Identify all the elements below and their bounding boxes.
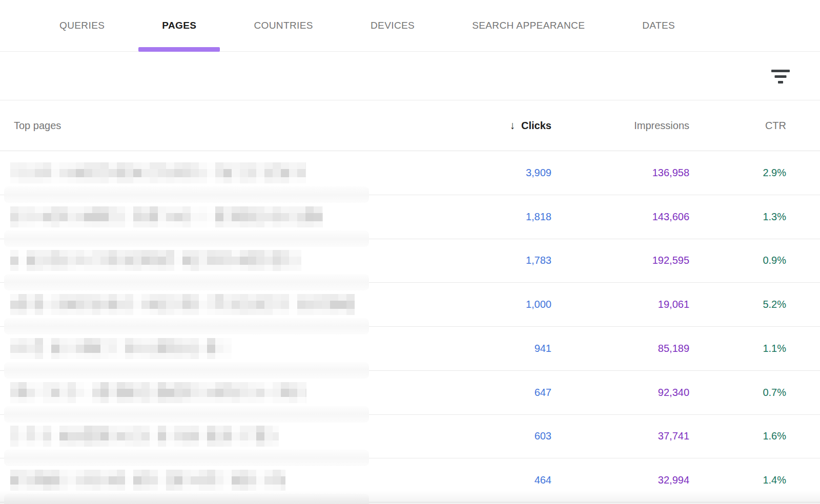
impressions-value: 32,994 (551, 474, 689, 486)
tab-queries[interactable]: QUERIES (36, 0, 128, 51)
tab-search-appearance[interactable]: SEARCH APPEARANCE (448, 0, 608, 51)
tab-countries[interactable]: COUNTRIES (230, 0, 337, 51)
ctr-value: 1.4% (689, 474, 786, 486)
ctr-value: 2.9% (689, 167, 786, 179)
page-url-cell[interactable] (10, 294, 449, 315)
page-url-cell[interactable] (10, 338, 449, 359)
redacted-url-blur (10, 206, 323, 227)
redacted-url-blur (10, 162, 306, 183)
impressions-value: 85,189 (551, 343, 689, 354)
table-row[interactable]: 1,818 143,606 1.3% (0, 195, 820, 239)
tab-label: DATES (642, 20, 675, 31)
clicks-value: 1,783 (449, 255, 551, 266)
redacted-url-blur (10, 294, 355, 315)
page-url-cell[interactable] (10, 470, 449, 491)
clicks-value: 464 (449, 474, 551, 486)
impressions-value: 19,061 (551, 299, 689, 310)
table-row[interactable]: 464 32,994 1.4% (0, 458, 820, 502)
tab-dates[interactable]: DATES (619, 0, 699, 51)
tab-label: SEARCH APPEARANCE (472, 20, 585, 31)
table-header-row: Top pages ↓Clicks Impressions CTR (0, 100, 820, 151)
sort-descending-icon: ↓ (510, 119, 516, 131)
page-url-cell[interactable] (10, 250, 449, 271)
table-row[interactable]: 1,000 19,061 5.2% (0, 283, 820, 327)
page-url-cell[interactable] (10, 206, 449, 227)
impressions-value: 92,340 (551, 387, 689, 398)
tab-devices[interactable]: DEVICES (347, 0, 438, 51)
table-body: 3,909 136,958 2.9% 1,818 143,606 1.3% 1,… (0, 151, 820, 502)
report-tabs: QUERIES PAGES COUNTRIES DEVICES SEARCH A… (0, 0, 820, 52)
impressions-value: 143,606 (551, 211, 689, 223)
clicks-value: 941 (449, 343, 551, 354)
clicks-value: 603 (449, 430, 551, 442)
page-url-cell[interactable] (10, 426, 449, 447)
table-row[interactable]: 603 37,741 1.6% (0, 415, 820, 459)
table-row[interactable]: 3,909 136,958 2.9% (0, 151, 820, 195)
tab-label: QUERIES (59, 20, 105, 31)
clicks-value: 647 (449, 387, 551, 398)
column-header-clicks[interactable]: ↓Clicks (449, 119, 551, 132)
column-header-top-pages: Top pages (10, 120, 449, 132)
tab-label: PAGES (162, 20, 196, 31)
redacted-url-blur (10, 250, 301, 271)
table-row[interactable]: 647 92,340 0.7% (0, 371, 820, 415)
ctr-value: 1.6% (689, 430, 786, 442)
redaction-band (4, 494, 369, 504)
clicks-value: 1,000 (449, 299, 551, 310)
clicks-value: 1,818 (449, 211, 551, 223)
impressions-value: 192,595 (551, 255, 689, 266)
tab-label: DEVICES (371, 20, 415, 31)
column-header-ctr[interactable]: CTR (689, 120, 786, 132)
redacted-url-blur (10, 338, 232, 359)
clicks-value: 3,909 (449, 167, 551, 179)
column-header-impressions[interactable]: Impressions (551, 120, 689, 132)
impressions-value: 37,741 (551, 430, 689, 442)
redacted-url-blur (10, 382, 306, 403)
column-header-clicks-label: Clicks (521, 120, 551, 131)
table-toolbar (0, 52, 820, 100)
tab-pages[interactable]: PAGES (138, 0, 220, 51)
page-url-cell[interactable] (10, 382, 449, 403)
ctr-value: 1.3% (689, 211, 786, 223)
redacted-url-blur (10, 426, 279, 447)
page-url-cell[interactable] (10, 162, 449, 183)
ctr-value: 0.7% (689, 387, 786, 398)
table-row[interactable]: 941 85,189 1.1% (0, 327, 820, 371)
filter-icon[interactable] (771, 69, 790, 83)
active-tab-underline (138, 47, 220, 52)
top-pages-table: Top pages ↓Clicks Impressions CTR 3,909 … (0, 100, 820, 502)
redacted-url-blur (10, 470, 285, 491)
impressions-value: 136,958 (551, 167, 689, 179)
ctr-value: 5.2% (689, 299, 786, 310)
ctr-value: 0.9% (689, 255, 786, 266)
tab-label: COUNTRIES (254, 20, 313, 31)
table-row[interactable]: 1,783 192,595 0.9% (0, 239, 820, 283)
ctr-value: 1.1% (689, 343, 786, 354)
